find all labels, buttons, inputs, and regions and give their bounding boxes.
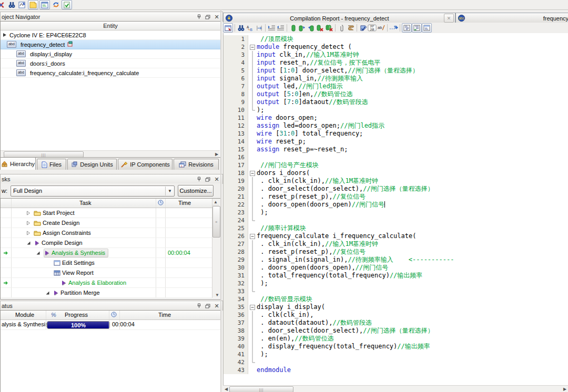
float-icon[interactable] xyxy=(204,303,211,310)
line-number: 27 xyxy=(224,240,248,248)
code-text: . reset_p(reset_p),//复位信号 xyxy=(257,248,568,256)
find-icon[interactable] xyxy=(7,1,16,9)
scrollbar-thumb[interactable]: ||| xyxy=(229,386,293,392)
code-editor[interactable]: 1 //顶层模块2module frequency_detect (3input… xyxy=(223,33,568,385)
bookmark-next-icon[interactable] xyxy=(298,24,307,32)
spellcheck-icon[interactable] xyxy=(359,24,368,32)
line-number: 23 xyxy=(224,209,248,216)
template-icon[interactable] xyxy=(412,23,422,33)
code-lines: 1 //顶层模块2module frequency_detect (3input… xyxy=(224,35,568,374)
tree-item[interactable]: abdfrequency_detect xyxy=(1,40,220,49)
tab-revisions[interactable]: 1Revisions xyxy=(174,159,219,170)
macro-icon[interactable] xyxy=(346,24,355,32)
tab-design-units[interactable]: Design Units xyxy=(67,159,117,170)
tab-hierarchy[interactable]: Hierarchy xyxy=(0,157,36,170)
percent-column-header[interactable]: % xyxy=(51,312,56,318)
task-row[interactable]: View Report xyxy=(1,268,220,278)
scroll-right-icon[interactable]: ▶ xyxy=(562,386,568,392)
pin-icon[interactable] xyxy=(195,14,202,20)
pin-icon[interactable] xyxy=(195,303,202,310)
properties-icon[interactable] xyxy=(422,23,432,33)
task-row[interactable]: Compile Design xyxy=(1,238,220,248)
task-content: Create Design xyxy=(34,220,81,226)
entity-column-header[interactable]: Entity xyxy=(1,22,220,30)
customize-button[interactable]: Customize... xyxy=(178,185,214,197)
task-row[interactable]: Start Project xyxy=(1,208,220,218)
float-icon[interactable] xyxy=(204,14,211,20)
bookmark-delete-icon[interactable] xyxy=(316,24,324,32)
expander-expanded-icon[interactable] xyxy=(36,251,40,255)
task-row[interactable]: Edit Settings xyxy=(1,258,220,268)
task-row[interactable]: Partition Merge xyxy=(1,288,220,298)
attach-icon[interactable] xyxy=(337,24,346,32)
task-row[interactable]: Assign Constraints xyxy=(1,228,220,238)
signal-editor-icon[interactable] xyxy=(17,1,27,9)
tab-arrow-icon[interactable] xyxy=(389,24,398,32)
expander-collapsed-icon[interactable] xyxy=(26,231,31,235)
fold-marker xyxy=(248,256,257,264)
code-line: 35display i_display( xyxy=(224,303,568,311)
check-document-icon[interactable] xyxy=(62,0,72,9)
expander-collapsed-icon[interactable] xyxy=(26,211,31,215)
report-window-icon[interactable] xyxy=(223,23,233,33)
task-row[interactable]: Analysis & Elaboration xyxy=(1,278,220,288)
bookmark-delete-all-icon[interactable] xyxy=(324,24,333,32)
indent-icon[interactable] xyxy=(267,24,276,32)
fold-marker[interactable] xyxy=(248,232,257,240)
tab-files[interactable]: Files xyxy=(37,159,66,170)
expander-collapsed-icon[interactable] xyxy=(26,221,31,225)
refresh-icon[interactable] xyxy=(51,1,60,9)
task-row[interactable]: Analysis & Synthesis00:00:04 xyxy=(1,248,220,258)
bookmark-icon[interactable] xyxy=(289,24,298,32)
line-count-icon[interactable]: 267268 xyxy=(368,24,377,32)
tree-item[interactable]: abddisplay:i_display xyxy=(1,49,220,59)
scroll-up-icon[interactable]: ▲ xyxy=(212,199,219,205)
tree-item[interactable]: Cyclone IV E: EP4CE6E22C8 xyxy=(1,30,220,40)
close-icon[interactable]: ✕ xyxy=(213,303,220,310)
expander-expanded-icon[interactable] xyxy=(45,291,50,295)
code-line: 3input clk_in,//输入1M基准时钟 xyxy=(224,51,568,59)
module-column-header[interactable]: Module xyxy=(15,312,34,318)
compilation-report-titlebar[interactable]: Compilation Report - frequency_detect ✕ xyxy=(223,13,455,24)
tab-ip-components[interactable]: IP Components xyxy=(118,159,173,170)
time-column-header[interactable]: Time xyxy=(178,200,191,206)
float-icon[interactable] xyxy=(204,176,211,183)
find-icon[interactable] xyxy=(237,24,246,32)
fold-marker[interactable] xyxy=(248,169,257,177)
tree-item[interactable]: abddoors:i_doors xyxy=(1,59,220,68)
fold-marker xyxy=(248,366,257,374)
tasks-vscrollbar[interactable]: ▲ ≡ ▼ xyxy=(212,199,220,298)
goto-line-icon[interactable] xyxy=(255,24,263,32)
task-marker-cell xyxy=(1,268,12,277)
scroll-down-icon[interactable]: ▼ xyxy=(214,292,220,298)
unindent-icon[interactable] xyxy=(276,24,285,32)
fold-marker[interactable] xyxy=(248,303,257,311)
fold-marker xyxy=(248,185,257,193)
editor-window-titlebar[interactable]: abc frequency xyxy=(455,13,568,24)
comment-icon[interactable]: ab xyxy=(377,24,386,32)
fold-marker xyxy=(248,216,257,224)
progress-column-header[interactable]: Progress xyxy=(65,312,88,318)
scrollbar-thumb[interactable]: ≡ xyxy=(212,206,220,238)
close-icon[interactable]: ✕ xyxy=(213,14,220,20)
task-column-header[interactable]: Task xyxy=(79,200,92,206)
close-icon[interactable]: ✕ xyxy=(444,14,454,23)
pin-planner-icon[interactable] xyxy=(39,0,50,9)
replace-icon[interactable]: AB xyxy=(246,24,255,32)
pin-icon[interactable] xyxy=(195,176,202,183)
assignment-editor-icon[interactable] xyxy=(28,0,38,9)
expander-expanded-icon[interactable] xyxy=(26,241,31,245)
netlist-viewer-icon[interactable] xyxy=(0,1,6,9)
editor-hscrollbar[interactable]: ◀ ||| ▶ xyxy=(223,385,568,392)
outline-icon[interactable] xyxy=(402,23,412,33)
scroll-left-icon[interactable]: ◀ xyxy=(223,386,229,392)
task-row[interactable]: Create Design xyxy=(1,218,220,228)
tree-item[interactable]: abdfrequency_calculate:i_frequency_calcu… xyxy=(1,68,220,78)
task-content: Assign Constraints xyxy=(34,230,93,236)
panel-splitter[interactable] xyxy=(220,9,221,392)
flow-select[interactable]: Full Design ▼ xyxy=(11,185,175,197)
fold-marker[interactable] xyxy=(248,43,257,51)
time-column-header[interactable]: Time xyxy=(158,312,171,318)
close-icon[interactable]: ✕ xyxy=(213,176,220,183)
bookmark-prev-icon[interactable] xyxy=(307,24,316,32)
